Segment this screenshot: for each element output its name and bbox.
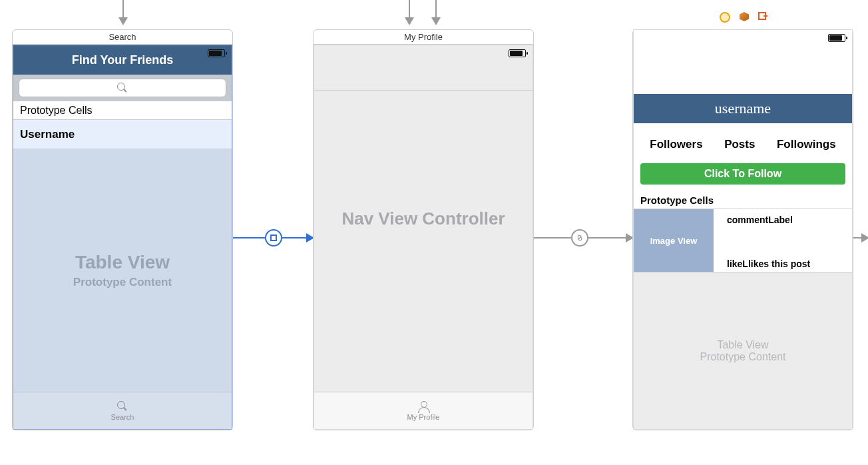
image-view[interactable]: Image View [634,209,714,272]
cell-right: commentLabel likeLlikes this post [714,209,852,272]
initial-arrow-scene1 [122,0,124,24]
table-view-label: Table View [717,339,768,351]
username-label: Username [20,128,75,141]
tab-bar[interactable]: Search [13,392,232,429]
post-cell[interactable]: Image View commentLabel likeLlikes this … [634,209,852,272]
follow-button-label: Click To Follow [704,168,781,180]
nav-view-controller-label: Nav View Controller [314,45,533,392]
scene-search[interactable]: Search Find Your Friends Prototype Cells… [12,29,233,430]
username-bar: username [634,94,852,123]
incoming-arrow-scene2-a [409,0,410,24]
username-label: username [715,100,771,117]
prototype-content-label: Prototype Content [73,276,172,289]
prototype-cells-header: Prototype Cells [13,101,232,120]
incoming-arrow-scene2-b [435,0,437,24]
status-bar [634,30,852,46]
segue-2-3-badge[interactable] [571,229,588,246]
scene-body-my-profile[interactable]: Nav View Controller My Profile [314,45,533,430]
table-view-placeholder: Table View Prototype Content [634,272,852,429]
doc-icon-cube[interactable] [740,12,749,21]
segue-relationship-icon [575,233,584,242]
tab-profile-label: My Profile [407,413,440,421]
image-view-label: Image View [650,236,698,246]
scene-profile-detail[interactable]: username Followers Posts Followings Clic… [632,29,853,430]
battery-icon [828,34,845,42]
likes-line: likeLlikes this post [727,258,844,269]
scene-title-my-profile: My Profile [314,30,533,45]
stats-row: Followers Posts Followings [634,131,852,158]
tab-search-icon [117,401,128,412]
tab-bar[interactable]: My Profile [314,392,533,429]
search-bar-wrap [13,75,232,101]
follow-button[interactable]: Click To Follow [640,163,845,185]
table-view-placeholder: Table View Prototype Content [13,149,232,392]
status-bar [13,45,232,61]
search-icon [117,83,128,93]
scene-body-search[interactable]: Find Your Friends Prototype Cells Userna… [13,45,232,430]
scene-body-profile-detail[interactable]: username Followers Posts Followings Clic… [633,29,853,430]
username-cell[interactable]: Username [13,120,232,149]
followings-label[interactable]: Followings [777,138,836,151]
doc-icon-circle[interactable] [720,12,730,23]
comment-label: commentLabel [727,215,844,225]
storyboard-canvas[interactable]: Search Find Your Friends Prototype Cells… [0,0,868,465]
segue-present-icon [270,234,277,241]
followers-label[interactable]: Followers [650,138,702,151]
scene-doc-icons [633,12,853,23]
segue-3-out-line[interactable] [853,237,868,238]
likes-text: likeLlikes this post [727,258,810,269]
search-field[interactable] [19,79,226,97]
segue-1-2-badge[interactable] [265,229,282,246]
doc-icon-exit[interactable] [758,12,766,20]
scene-title-search: Search [13,30,232,45]
posts-label[interactable]: Posts [724,138,755,151]
scene-my-profile[interactable]: My Profile Nav View Controller My Profil… [313,29,534,430]
battery-icon [208,49,225,57]
prototype-content-label: Prototype Content [700,351,786,363]
tab-search-label: Search [111,413,134,421]
prototype-cells-header: Prototype Cells [634,193,852,209]
tab-profile-icon [418,401,429,412]
table-view-label: Table View [75,252,170,273]
